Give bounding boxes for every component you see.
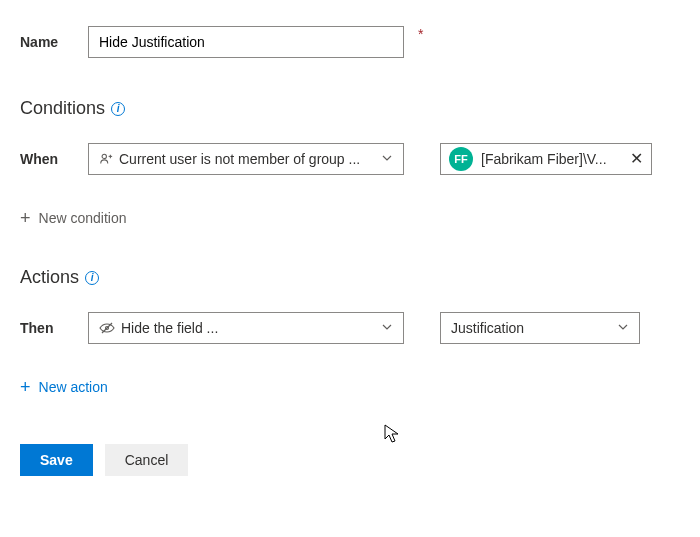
chevron-down-icon (617, 320, 629, 336)
svg-point-0 (102, 154, 106, 158)
chevron-down-icon (381, 320, 393, 336)
name-input[interactable] (88, 26, 404, 58)
hide-icon (99, 321, 115, 335)
new-action-link[interactable]: + New action (20, 378, 108, 396)
name-label: Name (20, 34, 76, 50)
plus-icon: + (20, 378, 31, 396)
then-label: Then (20, 320, 76, 336)
field-dropdown[interactable]: Justification (440, 312, 640, 344)
info-icon[interactable]: i (85, 271, 99, 285)
group-chip-text: [Fabrikam Fiber]\V... (481, 151, 622, 167)
actions-heading: Actions i (20, 267, 680, 288)
persona-avatar: FF (449, 147, 473, 171)
then-dropdown[interactable]: Hide the field ... (88, 312, 404, 344)
when-label: When (20, 151, 76, 167)
save-button[interactable]: Save (20, 444, 93, 476)
conditions-heading: Conditions i (20, 98, 680, 119)
chevron-down-icon (381, 151, 393, 167)
field-dropdown-text: Justification (451, 320, 611, 336)
plus-icon: + (20, 209, 31, 227)
new-condition-link[interactable]: + New condition (20, 209, 126, 227)
required-indicator: * (418, 26, 423, 42)
when-dropdown[interactable]: Current user is not member of group ... (88, 143, 404, 175)
when-dropdown-text: Current user is not member of group ... (119, 151, 375, 167)
close-icon[interactable]: ✕ (630, 151, 643, 167)
info-icon[interactable]: i (111, 102, 125, 116)
person-icon (99, 152, 113, 166)
group-chip[interactable]: FF [Fabrikam Fiber]\V... ✕ (440, 143, 652, 175)
cancel-button[interactable]: Cancel (105, 444, 189, 476)
then-dropdown-text: Hide the field ... (121, 320, 375, 336)
